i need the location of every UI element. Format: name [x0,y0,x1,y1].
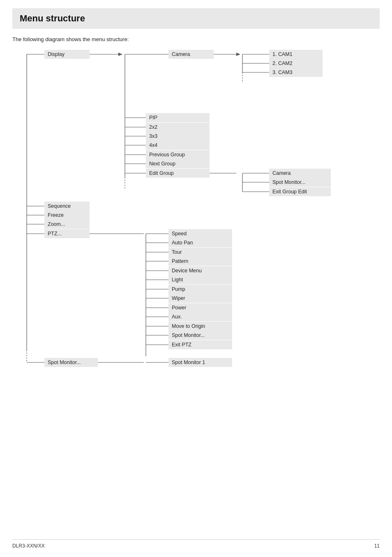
x3x3-node: 3x3 [146,132,210,141]
cam2-node: 2. CAM2 [269,59,323,68]
header-section: Menu structure [12,8,380,29]
device-menu-node: Device Menu [168,266,232,275]
camera-node: Camera [168,50,214,59]
intro-text: The following diagram shows the menu str… [12,36,380,42]
spot-monitor-1-node: Spot Monitor 1 [168,358,232,367]
eg-camera-node: Camera [269,169,331,178]
x2x2-node: 2x2 [146,123,210,132]
svg-marker-9 [236,53,240,56]
eg-exit-node: Exit Group Edit [269,187,331,196]
wiper-node: Wiper [168,294,232,303]
move-origin-node: Move to Origin [168,322,232,331]
cam1-node: 1. CAM1 [269,50,323,59]
pip-node: PIP [146,113,210,122]
footer-right: 11 [374,543,380,549]
light-node: Light [168,275,232,284]
edit-group-node: Edit Group [146,169,210,178]
sequence-node: Sequence [44,202,90,211]
page-title: Menu structure [20,13,372,24]
x4x4-node: 4x4 [146,141,210,150]
pump-node: Pump [168,285,232,294]
next-group-node: Next Group [146,159,210,168]
footer-left: DLR3-XXN/XX [12,543,45,549]
page: Menu structure The following diagram sho… [0,0,392,557]
auto-pan-node: Auto Pan [168,238,232,247]
power-node: Power [168,303,232,312]
aux-node: Aux. [168,312,232,321]
pattern-node: Pattern [168,257,232,266]
tour-node: Tour [168,248,232,257]
freeze-node: Freeze [44,211,90,220]
eg-spot-node: Spot Monitor... [269,178,331,187]
prev-group-node: Previous Group [146,150,210,159]
ptz-node: PTZ... [44,229,90,238]
zoom-node: Zoom... [44,220,90,229]
exit-ptz-node: Exit PTZ [168,340,232,349]
cam3-node: 3. CAM3 [269,68,323,77]
spot-monitor-main-node: Spot Monitor... [44,358,98,367]
svg-marker-4 [118,53,122,56]
ptz-spot-monitor-node: Spot Monitor... [168,331,232,340]
display-node: Display [44,50,90,59]
menu-diagram: Display Camera 1. CAM1 2. CAM2 3. CAM3 P… [16,50,374,371]
footer: DLR3-XXN/XX 11 [12,539,380,549]
speed-node: Speed [168,229,232,238]
